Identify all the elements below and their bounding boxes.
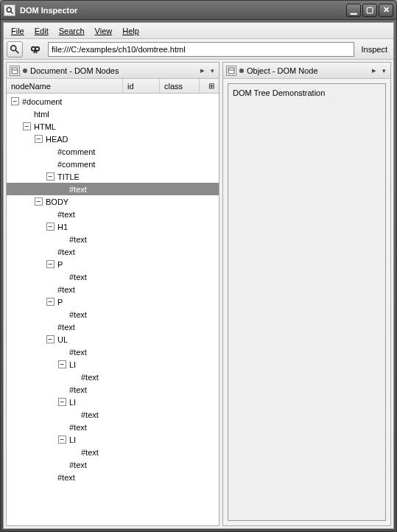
tree-spacer <box>23 110 31 118</box>
collapse-icon[interactable]: − <box>23 122 31 130</box>
app-window: DOM Inspector ▁ ▢ ✕ File Edit Search Vie… <box>0 0 397 532</box>
tree-row[interactable]: −HTML <box>7 120 219 133</box>
tree-spacer <box>70 410 78 419</box>
tree-spacer <box>58 235 66 243</box>
tree-spacer <box>58 423 66 431</box>
url-input[interactable] <box>52 45 351 54</box>
titlebar[interactable]: DOM Inspector ▁ ▢ ✕ <box>1 1 396 20</box>
tree-row[interactable]: #text <box>7 208 219 220</box>
collapse-icon[interactable]: − <box>35 197 43 206</box>
tree-row[interactable]: #text <box>7 446 219 458</box>
svg-line-6 <box>34 50 35 53</box>
tree-node-label: #text <box>57 248 75 256</box>
svg-line-1 <box>11 11 13 13</box>
collapse-icon[interactable]: − <box>58 398 66 406</box>
tree-spacer <box>58 385 66 393</box>
menu-file[interactable]: File <box>7 25 29 37</box>
menu-search[interactable]: Search <box>55 25 89 37</box>
collapse-icon[interactable]: − <box>46 335 55 343</box>
tree-node-label: #text <box>80 410 99 419</box>
column-picker[interactable]: ⊞ <box>200 79 219 93</box>
tree-row[interactable]: #text <box>7 371 219 383</box>
document-panel-icon[interactable] <box>10 66 20 76</box>
collapse-icon[interactable]: − <box>58 435 66 444</box>
minimize-button[interactable]: ▁ <box>346 4 361 17</box>
tree-row[interactable]: −P <box>7 295 219 308</box>
tree-spacer <box>58 461 66 469</box>
tree-row[interactable]: #text <box>7 270 219 283</box>
menu-edit[interactable]: Edit <box>30 25 53 37</box>
panels: Document - DOM Nodes ▸ ▾ nodeName id cla… <box>4 60 393 528</box>
maximize-button[interactable]: ▢ <box>362 4 377 17</box>
tree-row[interactable]: −BODY <box>7 195 219 208</box>
app-icon <box>4 4 15 16</box>
column-nodename[interactable]: nodeName <box>7 79 123 93</box>
tree-row[interactable]: #comment <box>7 145 219 158</box>
close-button[interactable]: ✕ <box>379 4 393 17</box>
panel-bullet-icon <box>239 69 244 73</box>
panel-options-arrow[interactable]: ▾ <box>209 67 216 74</box>
panel-menu-arrow[interactable]: ▸ <box>370 66 378 75</box>
panel-menu-arrow[interactable]: ▸ <box>199 66 206 75</box>
tree-node-label: #text <box>57 210 75 219</box>
object-text-value: DOM Tree Demonstration <box>233 88 325 97</box>
column-id[interactable]: id <box>123 79 160 93</box>
tree-row[interactable]: −LI <box>7 358 219 371</box>
tree-row[interactable]: #comment <box>7 158 219 170</box>
tree-row[interactable]: #text <box>7 283 219 295</box>
tree-spacer <box>46 285 55 293</box>
tree-row[interactable]: #text <box>7 383 219 396</box>
column-class[interactable]: class <box>160 79 200 93</box>
find-button[interactable] <box>27 41 43 57</box>
object-panel-header: Object - DOM Node ▸ ▾ <box>223 63 390 79</box>
panel-options-arrow[interactable]: ▾ <box>381 67 387 74</box>
dom-tree[interactable]: −#documenthtml−HTML−HEAD#comment#comment… <box>7 94 219 525</box>
tree-node-label: BODY <box>45 197 68 206</box>
menu-view[interactable]: View <box>91 25 117 37</box>
tree-spacer <box>46 473 55 481</box>
tree-row[interactable]: #text <box>7 245 219 258</box>
svg-point-0 <box>7 7 11 12</box>
tree-node-label: H1 <box>57 223 68 231</box>
tree-row[interactable]: #text <box>7 233 219 245</box>
collapse-icon[interactable]: − <box>46 223 55 231</box>
tree-row[interactable]: −UL <box>7 333 219 346</box>
tree-spacer <box>46 147 55 155</box>
tree-row[interactable]: #text <box>7 183 219 195</box>
tree-row[interactable]: −TITLE <box>7 170 219 183</box>
collapse-icon[interactable]: − <box>46 260 55 268</box>
svg-rect-8 <box>12 68 18 74</box>
tree-row[interactable]: #text <box>7 421 219 433</box>
menu-help[interactable]: Help <box>118 25 144 37</box>
tree-spacer <box>46 323 55 331</box>
tree-row[interactable]: #text <box>7 471 219 483</box>
collapse-icon[interactable]: − <box>35 135 43 143</box>
inspect-button[interactable]: Inspect <box>359 45 390 54</box>
tree-row[interactable]: −#document <box>7 95 219 108</box>
tree-row[interactable]: −HEAD <box>7 133 219 145</box>
collapse-icon[interactable]: − <box>46 298 55 306</box>
tree-spacer <box>58 310 66 318</box>
url-field[interactable] <box>48 42 354 57</box>
tree-row[interactable]: −LI <box>7 433 219 446</box>
tree-row[interactable]: html <box>7 108 219 120</box>
tree-row[interactable]: #text <box>7 408 219 421</box>
tree-row[interactable]: #text <box>7 458 219 471</box>
document-panel-header: Document - DOM Nodes ▸ ▾ <box>7 63 219 79</box>
tree-node-label: #text <box>57 473 75 482</box>
tree-row[interactable]: −H1 <box>7 220 219 233</box>
tree-row[interactable]: #text <box>7 308 219 321</box>
tree-column-header: nodeName id class ⊞ <box>7 79 219 94</box>
tree-node-label: TITLE <box>57 172 80 181</box>
tree-row[interactable]: #text <box>7 321 219 333</box>
tree-row[interactable]: −LI <box>7 396 219 408</box>
collapse-icon[interactable]: − <box>46 172 55 181</box>
object-panel-icon[interactable] <box>226 66 236 76</box>
object-panel-body: DOM Tree Demonstration <box>223 79 390 525</box>
tree-row[interactable]: −P <box>7 258 219 270</box>
inspect-window-button[interactable] <box>7 41 23 57</box>
collapse-icon[interactable]: − <box>58 360 66 368</box>
tree-row[interactable]: #text <box>7 346 219 358</box>
collapse-icon[interactable]: − <box>11 97 19 105</box>
tree-spacer <box>70 373 78 381</box>
